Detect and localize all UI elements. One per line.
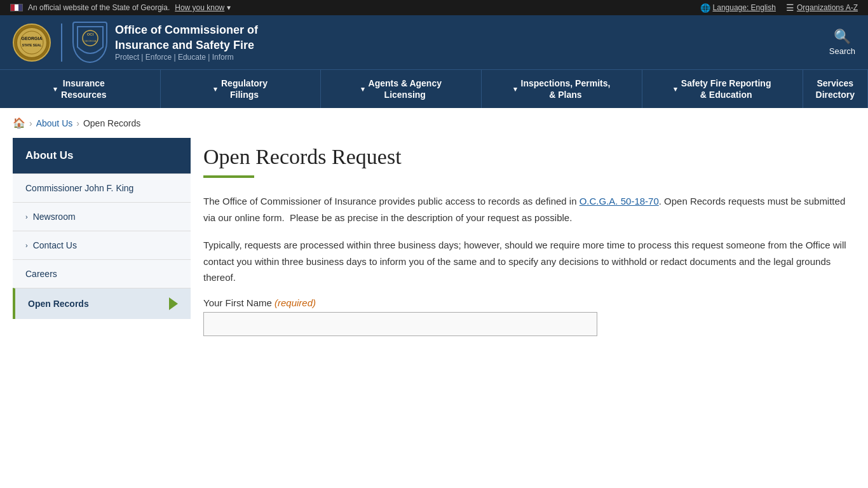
logo-area: GEORGIA STATE SEAL OCI GEORGIA Office of… bbox=[13, 22, 258, 63]
sidebar-item-commissioner[interactable]: Commissioner John F. King bbox=[13, 173, 191, 202]
chevron-icon: ▾ bbox=[674, 85, 677, 93]
svg-text:STATE SEAL: STATE SEAL bbox=[22, 43, 41, 47]
sidebar-item-label: Careers bbox=[25, 269, 57, 279]
sidebar-careers-link[interactable]: Careers bbox=[13, 260, 191, 288]
nav-inspections[interactable]: ▾ Inspections, Permits,& Plans bbox=[482, 70, 642, 108]
page-title: Open Records Request bbox=[203, 144, 855, 170]
breadcrumb-current: Open Records bbox=[83, 118, 140, 128]
georgia-flag bbox=[10, 4, 23, 11]
content-area: About Us Commissioner John F. King › New… bbox=[0, 138, 868, 361]
main-content: Open Records Request The Office of Commi… bbox=[203, 138, 855, 336]
orgs-az-link[interactable]: Organizations A-Z bbox=[797, 3, 858, 12]
sidebar-item-contact-us[interactable]: › Contact Us bbox=[13, 231, 191, 259]
first-name-label: Your First Name (required) bbox=[203, 297, 855, 308]
globe-icon bbox=[700, 3, 710, 13]
search-icon: 🔍 bbox=[834, 29, 851, 45]
search-button[interactable]: 🔍 Search bbox=[829, 29, 855, 56]
breadcrumb-sep-2: › bbox=[76, 118, 79, 128]
svg-point-0 bbox=[17, 27, 47, 58]
chevron-icon: ▾ bbox=[513, 85, 517, 93]
georgia-seal: GEORGIA STATE SEAL bbox=[13, 24, 51, 62]
sidebar-item-label: Newsroom bbox=[33, 212, 76, 222]
sidebar-item-open-records[interactable]: Open Records bbox=[13, 288, 191, 319]
chevron-down-icon: ▾ bbox=[227, 3, 231, 12]
chevron-right-icon: › bbox=[25, 213, 28, 220]
field-label-text: Your First Name bbox=[203, 297, 272, 308]
sidebar-contact-link[interactable]: › Contact Us bbox=[13, 231, 191, 259]
svg-text:GEORGIA: GEORGIA bbox=[84, 39, 96, 43]
nav-label: ServicesDirectory bbox=[816, 78, 855, 100]
how-you-know[interactable]: How you know ▾ bbox=[175, 3, 231, 12]
home-icon[interactable]: 🏠 bbox=[13, 117, 25, 129]
nav-safety-fire[interactable]: ▾ Safety Fire Reporting& Education bbox=[642, 70, 803, 108]
sidebar-item-label: Contact Us bbox=[33, 240, 77, 250]
ocga-link[interactable]: O.C.G.A. 50-18-70 bbox=[580, 196, 659, 207]
nav-agents-licensing[interactable]: ▾ Agents & AgencyLicensing bbox=[321, 70, 482, 108]
nav-label: RegulatoryFilings bbox=[221, 78, 268, 100]
search-label: Search bbox=[829, 46, 855, 56]
active-arrow-icon bbox=[169, 297, 178, 310]
language-link[interactable]: Language: English bbox=[713, 3, 776, 12]
sidebar-item-label: Open Records bbox=[28, 299, 89, 309]
logo-text: Office of Commissioner of Insurance and … bbox=[115, 23, 258, 62]
sidebar-item-label: Commissioner John F. King bbox=[25, 183, 133, 193]
sidebar-open-records-link[interactable]: Open Records bbox=[15, 288, 191, 319]
breadcrumb-sep-1: › bbox=[29, 118, 32, 128]
sidebar: About Us Commissioner John F. King › New… bbox=[13, 138, 191, 336]
list-icon bbox=[786, 3, 794, 13]
how-you-know-link[interactable]: How you know bbox=[175, 3, 224, 12]
logo-shield: OCI GEORGIA bbox=[72, 22, 107, 63]
breadcrumb-about-us[interactable]: About Us bbox=[36, 118, 73, 128]
chevron-right-icon: › bbox=[25, 241, 28, 249]
nav-regulatory-filings[interactable]: ▾ RegulatoryFilings bbox=[161, 70, 322, 108]
official-text: An official website of the State of Geor… bbox=[28, 3, 170, 12]
sidebar-item-newsroom[interactable]: › Newsroom bbox=[13, 202, 191, 231]
nav-label: InsuranceResources bbox=[61, 78, 107, 100]
sidebar-newsroom-link[interactable]: › Newsroom bbox=[13, 203, 191, 231]
title-underline bbox=[203, 175, 254, 178]
svg-text:OCI: OCI bbox=[86, 32, 93, 36]
first-name-input[interactable] bbox=[203, 312, 597, 336]
nav-label: Safety Fire Reporting& Education bbox=[681, 78, 771, 100]
top-bar: An official website of the State of Geor… bbox=[0, 0, 868, 15]
main-nav: ▾ InsuranceResources ▾ RegulatoryFilings… bbox=[0, 69, 868, 108]
site-header: GEORGIA STATE SEAL OCI GEORGIA Office of… bbox=[0, 15, 868, 69]
org-tagline: Protect | Enforce | Educate | Inform bbox=[115, 53, 258, 62]
nav-insurance-resources[interactable]: ▾ InsuranceResources bbox=[0, 70, 161, 108]
language-selector[interactable]: Language: English bbox=[700, 3, 776, 13]
org-name: Office of Commissioner of Insurance and … bbox=[115, 23, 258, 53]
top-bar-right: Language: English Organizations A-Z bbox=[700, 3, 858, 13]
intro-paragraph: The Office of Commissioner of Insurance … bbox=[203, 193, 855, 226]
nav-services-directory[interactable]: ServicesDirectory bbox=[803, 70, 868, 108]
required-label: (required) bbox=[275, 297, 316, 308]
sidebar-commissioner-link[interactable]: Commissioner John F. King bbox=[13, 174, 191, 202]
logo-divider bbox=[61, 24, 62, 62]
sidebar-item-careers[interactable]: Careers bbox=[13, 259, 191, 288]
chevron-icon: ▾ bbox=[361, 85, 365, 93]
breadcrumb: 🏠 › About Us › Open Records bbox=[0, 108, 868, 138]
svg-text:GEORGIA: GEORGIA bbox=[21, 36, 42, 41]
nav-label: Inspections, Permits,& Plans bbox=[521, 78, 611, 100]
chevron-icon: ▾ bbox=[214, 85, 217, 93]
top-bar-left: An official website of the State of Geor… bbox=[10, 3, 231, 12]
nav-label: Agents & AgencyLicensing bbox=[369, 78, 442, 100]
second-paragraph: Typically, requests are processed within… bbox=[203, 237, 855, 286]
organizations-link[interactable]: Organizations A-Z bbox=[786, 3, 858, 13]
sidebar-heading: About Us bbox=[13, 138, 191, 173]
chevron-icon: ▾ bbox=[53, 85, 57, 93]
